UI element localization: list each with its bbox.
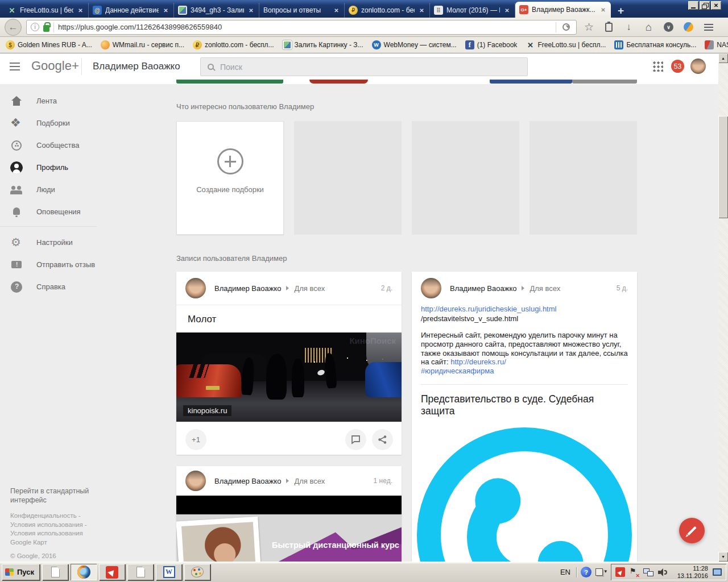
sidebar-item-help[interactable]: Справка [0,276,159,298]
show-desktop-icon[interactable] [713,568,722,576]
downloads-icon[interactable] [621,19,636,35]
apps-grid-icon[interactable] [652,61,663,72]
phone-logo-image[interactable] [412,423,637,562]
app-menu-hamburger-icon[interactable] [10,63,20,64]
close-tab-icon[interactable] [247,7,255,14]
reload-icon[interactable] [562,23,570,31]
bookmark-label: NAS Broker – онлайн ... [717,41,728,49]
minimize-window-icon[interactable] [688,1,698,10]
sidebar-item-profile[interactable]: Профиль [0,156,159,178]
sidebar-item-feed[interactable]: Лента [0,90,159,112]
tab-zonlotto[interactable]: zonlotto.com - бесп... [345,3,430,18]
author-name[interactable]: Владимер Ваоажко [214,284,281,293]
bookmark-consultation[interactable]: Бесплатная консуль... [614,40,696,49]
pocket-icon[interactable] [661,19,676,35]
sidebar-item-people[interactable]: Люди [0,178,159,201]
bookmark-webmoney[interactable]: WebMoney — систем... [372,40,457,49]
bookmark-golden-mines[interactable]: Golden Mines RUB - A... [6,40,92,49]
start-button[interactable]: Пуск [2,564,40,580]
help-question-icon[interactable] [581,567,592,577]
back-button[interactable] [5,19,22,36]
search-box[interactable] [200,57,528,76]
post-attachment-heading[interactable]: Представительство в суде. Судебная защит… [412,385,637,417]
create-collection-card[interactable]: Создание подборки [176,121,284,235]
url-bar[interactable] [26,20,577,35]
new-post-fab-button[interactable] [679,518,705,543]
close-window-icon[interactable] [711,1,721,10]
author-name[interactable]: Владимер Ваоажко [214,477,281,485]
scroll-down-arrow-icon[interactable] [718,552,728,562]
bookmark-upload-image[interactable]: Залить Картинку - З... [283,40,363,49]
extension-swirl-icon[interactable] [681,19,696,35]
author-name[interactable]: Владимер Ваоажко [450,284,516,293]
page-info-icon[interactable] [31,23,39,31]
tab-molot-kinopoisk[interactable]: Молот (2016) — К... [430,3,515,18]
author-avatar[interactable] [185,471,206,491]
close-tab-icon[interactable] [599,7,607,13]
volume-icon[interactable] [658,568,667,576]
movie-still-image[interactable]: КиноПоиск kinopoisk.ru [176,332,402,422]
taskbar-document-button[interactable] [42,564,68,580]
home-icon[interactable] [641,19,656,35]
comment-button[interactable] [345,429,366,450]
google-plus-logo[interactable]: Google+ [31,59,79,73]
share-button[interactable] [372,429,393,450]
taskbar-download-app-button[interactable] [99,564,125,580]
bookmark-facebook[interactable]: (1) Facebook [465,40,518,49]
bookmark-freelotto[interactable]: FreeLotto.su | беспл... [526,40,606,49]
sidebar-item-communities[interactable]: Сообщества [0,134,159,156]
sidebar-item-notifications[interactable]: Оповещения [0,201,159,223]
tab-questions[interactable]: Вопросы и ответы [259,3,345,18]
post-link-url[interactable]: http://deureks.ru/juridicheskie_uslugi.h… [412,305,637,314]
author-avatar[interactable] [185,278,206,298]
bookmark-zonlotto[interactable]: zonlotto.com - беспл... [193,40,274,49]
bookmark-wmmail[interactable]: WMmail.ru - сервис п... [101,40,184,49]
language-bar-icon[interactable] [595,568,607,577]
page-scrollbar[interactable] [718,53,728,562]
scroll-up-arrow-icon[interactable] [718,53,728,63]
sidebar-item-settings[interactable]: Настройки [0,231,159,253]
post-audience[interactable]: Для всех [294,477,325,485]
tab-freelotto[interactable]: FreeLotto.su | бесп... [3,3,89,18]
bookmarks-clipboard-icon[interactable] [601,19,617,35]
post-audience[interactable]: Для всех [530,284,560,293]
sidebar-item-collections[interactable]: Подборки [0,112,159,134]
language-indicator[interactable]: EN [559,568,572,576]
close-tab-icon[interactable] [162,7,169,14]
bookmark-star-icon[interactable] [581,19,597,35]
new-tab-button[interactable] [618,5,624,16]
notifications-badge[interactable]: 53 [671,60,684,73]
taskbar-firefox-button-active[interactable] [71,564,97,580]
close-tab-icon[interactable] [77,7,84,14]
restore-window-icon[interactable] [700,1,710,10]
taskbar-document2-button[interactable] [127,564,154,580]
taskbar-word-button[interactable] [156,564,182,580]
tab-action[interactable]: Данное действие ... [89,3,174,18]
author-avatar[interactable] [421,278,441,298]
bookmark-nas-broker[interactable]: NAS Broker – онлайн ... [705,40,728,49]
menu-hamburger-icon[interactable] [701,19,716,35]
search-input[interactable] [220,63,520,72]
close-tab-icon[interactable] [503,7,511,14]
url-input[interactable] [58,23,552,31]
post-hashtag-link[interactable]: #юридическаяфирма [421,367,494,375]
course-promo-image[interactable]: Быстрый дистанционный курс [176,514,402,562]
tab-image-upload[interactable]: 3494_gh3 - Заливк... [174,3,259,18]
security-flag-icon[interactable] [630,568,639,577]
account-avatar[interactable] [690,59,706,74]
post-audience[interactable]: Для всех [294,284,325,293]
legal-links[interactable]: Конфиденциальность - Условия использован… [10,512,100,547]
close-tab-icon[interactable] [418,7,425,14]
tab-google-plus-active[interactable]: Владимер Ваоажк... [515,2,611,18]
post-body-link[interactable]: http://deureks.ru/ [450,357,506,366]
network-icon[interactable] [643,568,653,576]
close-tab-icon[interactable] [333,7,340,14]
sidebar-item-feedback[interactable]: Отправить отзыв [0,253,159,276]
download-manager-tray-icon[interactable] [615,567,625,577]
plus-one-button[interactable]: +1 [185,429,206,450]
taskbar-paint-button[interactable] [184,564,210,580]
standard-ui-link[interactable]: Перейти в стандартный интерфейс [10,487,100,505]
post-header: Владимер Ваоажко Для всех 2 д. [176,272,402,305]
tray-clock[interactable]: 11:28 13.11.2016 [672,565,708,580]
scrollbar-thumb[interactable] [718,116,728,218]
